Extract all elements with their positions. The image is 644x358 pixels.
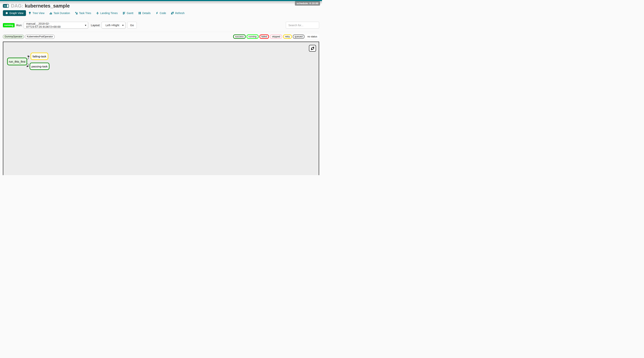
tab-task-duration[interactable]: Task Duration	[47, 10, 72, 16]
node-passing-task[interactable]: passing-task	[30, 63, 50, 70]
run-select[interactable]: manual__2018-02-07T23:57:20.913672+00:00	[24, 22, 88, 29]
toggle-knob	[7, 5, 8, 7]
tab-label: Details	[142, 12, 150, 15]
tab-label: Task Tries	[79, 12, 91, 15]
state-pill-no-status: no status	[306, 35, 319, 39]
state-pill-running: running	[246, 35, 258, 39]
run-label: Run:	[16, 24, 22, 27]
gantt-icon	[123, 12, 126, 15]
graph-canvas: run_this_firstfailing-taskpassing-task	[3, 42, 319, 175]
operator-pill-dummyoperator: DummyOperator	[3, 35, 24, 39]
node-run_this_first[interactable]: run_this_first	[7, 58, 27, 65]
chevron-down-icon	[85, 25, 86, 26]
tab-code[interactable]: Code	[153, 10, 168, 16]
operator-pill-kubernetespodoperator: KubernetesPodOperator	[25, 35, 55, 39]
refresh-icon	[311, 47, 314, 50]
state-pill-retry: retry	[283, 35, 292, 39]
toggle-on-label: On	[3, 5, 7, 7]
tab-tree-view[interactable]: Tree View	[26, 10, 47, 16]
state-pill-skipped: skipped	[270, 35, 282, 39]
layout-select[interactable]: Left->Right	[102, 22, 126, 29]
tries-chart-icon	[75, 12, 78, 15]
tab-refresh[interactable]: Refresh	[168, 10, 187, 16]
tab-label: Gantt	[127, 12, 133, 15]
schedule-badge: schedule: 0:10:00	[295, 1, 320, 6]
list-icon	[138, 12, 141, 15]
run-status-badge: running	[3, 23, 14, 27]
tab-graph-view[interactable]: Graph View	[3, 10, 26, 16]
graph-refresh-button[interactable]	[309, 45, 316, 52]
refresh-icon	[171, 12, 174, 15]
tab-label: Graph View	[10, 12, 24, 15]
topbar-shadow	[0, 2, 322, 4]
layout-select-value: Left->Right	[106, 24, 119, 27]
controls-row: running Run: manual__2018-02-07T23:57:20…	[3, 22, 319, 29]
tab-label: Code	[160, 12, 166, 15]
divider	[3, 32, 319, 32]
tab-label: Refresh	[175, 12, 184, 15]
layout-label: Layout:	[91, 24, 100, 27]
bar-chart-icon	[50, 12, 52, 15]
tab-label: Landing Times	[100, 12, 118, 15]
bolt-icon	[156, 12, 158, 15]
search-input[interactable]	[286, 22, 319, 29]
graph-view-icon	[6, 12, 8, 15]
top-accent-bar	[0, 0, 322, 1]
tab-gantt[interactable]: Gantt	[120, 10, 136, 16]
state-pill-failed: failed	[260, 35, 269, 39]
run-select-value: manual__2018-02-07T23:57:20.913672+00:00	[26, 22, 83, 28]
tab-label: Tree View	[32, 12, 44, 15]
state-pill-success: success	[233, 35, 246, 39]
state-legend: successrunningfailedskippedretryqueuedno…	[233, 35, 319, 39]
node-failing-task[interactable]: failing-task	[30, 53, 48, 60]
tree-icon	[28, 12, 31, 15]
tab-label: Task Duration	[54, 12, 70, 15]
chevron-down-icon	[122, 25, 124, 26]
tab-landing-times[interactable]: Landing Times	[94, 10, 120, 16]
tab-task-tries[interactable]: Task Tries	[72, 10, 94, 16]
plane-icon	[96, 12, 99, 15]
go-button[interactable]: Go	[127, 22, 136, 29]
tab-details[interactable]: Details	[136, 10, 153, 16]
edge-run_this_first-to-failing-task	[28, 56, 30, 59]
legend-row: DummyOperatorKubernetesPodOperator succe…	[3, 35, 319, 39]
page: On DAG:kubernetes_sample Graph ViewTree …	[0, 0, 322, 175]
dag-on-toggle[interactable]: On	[3, 4, 9, 8]
nav-tabs: Graph ViewTree ViewTask DurationTask Tri…	[3, 10, 319, 16]
state-pill-queued: queued	[293, 35, 305, 39]
edge-run_this_first-to-passing-task	[28, 64, 29, 66]
graph-edges	[3, 42, 319, 175]
operator-legend: DummyOperatorKubernetesPodOperator	[3, 35, 55, 39]
